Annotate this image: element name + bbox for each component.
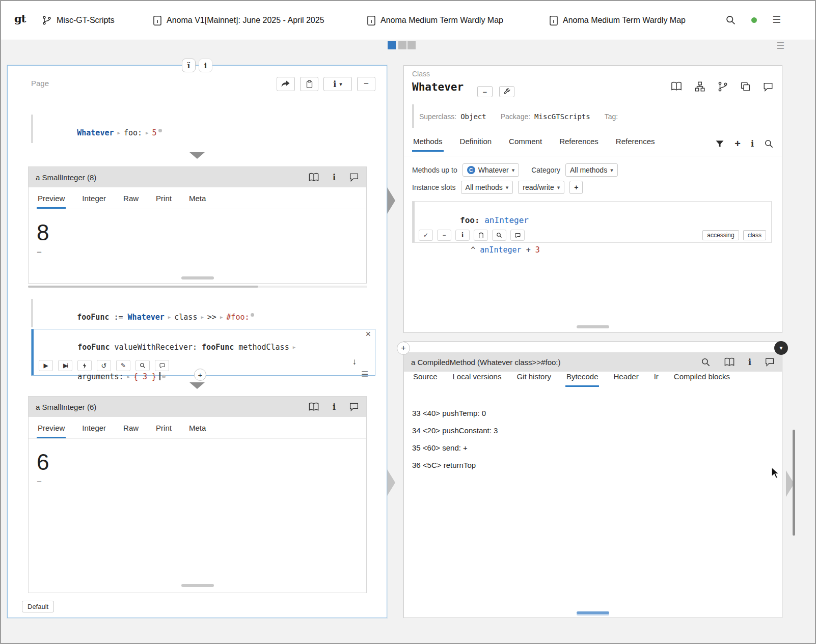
comment-icon[interactable] — [763, 82, 774, 92]
method-list-item-foo[interactable]: foo: anInteger ^ anInteger + 3 ✓ − i — [412, 201, 772, 243]
add-pane-button[interactable]: + — [397, 342, 410, 355]
tab-integer[interactable]: Integer — [81, 424, 107, 438]
tab-integer[interactable]: Integer — [81, 194, 107, 209]
bytecode-row[interactable]: 33 <40> pushTemp: 0 — [412, 405, 498, 422]
book-icon[interactable] — [308, 173, 319, 182]
run-to-here-button[interactable]: ▶i — [58, 360, 72, 371]
collapse-page-button[interactable]: − — [357, 77, 375, 91]
book-icon[interactable] — [308, 402, 319, 412]
workspace-menu-icon[interactable]: ☰ — [776, 40, 784, 51]
comment-method-button[interactable] — [510, 230, 525, 241]
edit-button[interactable]: ✎ — [116, 360, 130, 371]
collapse-toggle-icon[interactable]: − — [37, 477, 42, 487]
move-down-icon[interactable]: ↓ — [352, 357, 357, 367]
filter-icon[interactable] — [715, 139, 724, 149]
gt-logo[interactable]: gt — [14, 12, 25, 25]
branch-icon[interactable] — [717, 81, 728, 92]
tab-anoma-map-1[interactable]: Anoma Medium Term Wardly Map — [367, 13, 503, 28]
search-snippet-button[interactable] — [135, 360, 150, 371]
tools-button[interactable] — [499, 86, 514, 97]
book-icon[interactable] — [724, 357, 735, 367]
protocol-tag[interactable]: accessing — [702, 230, 739, 240]
book-icon[interactable] — [670, 81, 683, 92]
reset-button[interactable]: ↺ — [97, 360, 111, 371]
layout-square-active[interactable] — [388, 41, 396, 49]
tab-git-history[interactable]: Git history — [515, 372, 552, 387]
search-icon[interactable] — [764, 139, 774, 149]
copy-page-button[interactable] — [300, 77, 318, 91]
access-dropdown[interactable]: read/write ▾ — [518, 181, 564, 194]
resize-handle[interactable] — [577, 611, 609, 614]
tab-references-1[interactable]: References — [558, 137, 600, 152]
tab-preview[interactable]: Preview — [37, 194, 66, 209]
tab-anoma-map-2[interactable]: Anoma Medium Term Wardly Map — [549, 13, 686, 28]
resize-handle[interactable] — [577, 325, 609, 328]
tab-anoma-v1[interactable]: Anoma V1[Mainnet]: June 2025 - April 202… — [153, 13, 324, 28]
copy-method-button[interactable] — [474, 230, 488, 241]
accept-button[interactable]: ✓ — [419, 230, 433, 241]
inspect-dropdown-button[interactable]: i ▾ — [323, 77, 352, 91]
tab-raw[interactable]: Raw — [122, 424, 140, 438]
comment-snippet-button[interactable] — [155, 360, 169, 371]
add-method-icon[interactable]: + — [735, 138, 741, 150]
share-button[interactable] — [277, 77, 295, 91]
pane-expander-chevron[interactable] — [387, 187, 395, 214]
tab-preview[interactable]: Preview — [37, 424, 66, 438]
methods-up-to-dropdown[interactable]: C Whatever ▾ — [463, 163, 519, 177]
layout-square[interactable] — [407, 41, 416, 49]
tab-ir[interactable]: Ir — [653, 372, 660, 387]
resize-handle[interactable] — [181, 276, 214, 279]
code-snippet-1[interactable]: Whatever▶foo:▶5 — [31, 115, 356, 143]
collapse-pane-button[interactable]: ▼ — [774, 341, 788, 355]
comment-icon[interactable] — [349, 173, 359, 182]
package-value[interactable]: MiscGTScripts — [534, 113, 590, 121]
tab-meta[interactable]: Meta — [188, 194, 207, 209]
info-icon[interactable]: i — [333, 402, 336, 412]
horizontal-scrollbar[interactable] — [28, 286, 367, 288]
tab-bytecode[interactable]: Bytecode — [565, 372, 600, 387]
run-button[interactable]: ▶ — [39, 360, 53, 371]
info-icon[interactable]: i — [751, 139, 754, 149]
tab-methods[interactable]: Methods — [412, 137, 444, 152]
tab-compiled-blocks[interactable]: Compiled blocks — [673, 372, 731, 387]
code-snippet-3-selected[interactable]: × fooFunc valueWithReceiver: fooFunc met… — [31, 329, 375, 376]
tab-meta[interactable]: Meta — [188, 424, 207, 438]
remote-page-icon[interactable]: ï — [182, 59, 196, 72]
main-menu-icon[interactable]: ☰ — [772, 14, 781, 25]
add-snippet-button[interactable]: + — [194, 369, 206, 381]
info-icon[interactable]: i — [333, 173, 336, 182]
tab-definition[interactable]: Definition — [459, 137, 493, 152]
hierarchy-icon[interactable] — [694, 81, 705, 92]
tab-references-2[interactable]: References — [615, 137, 656, 152]
info-icon[interactable]: i — [748, 357, 751, 367]
vertical-scrollbar-thumb[interactable] — [793, 430, 795, 536]
close-snippet-icon[interactable]: × — [365, 329, 371, 339]
info-button[interactable]: i — [455, 230, 470, 241]
snippet-menu-icon[interactable]: ☰ — [361, 370, 368, 379]
comment-icon[interactable] — [765, 357, 775, 367]
bytecode-row[interactable]: 34 <20> pushConstant: 3 — [412, 422, 498, 439]
comment-icon[interactable] — [349, 402, 359, 411]
default-view-button[interactable]: Default — [22, 601, 54, 612]
bytecode-row[interactable]: 36 <5C> returnTop — [412, 457, 498, 474]
search-icon[interactable] — [725, 15, 736, 25]
instance-slots-dropdown[interactable]: All methods ▾ — [461, 181, 513, 194]
tab-print[interactable]: Print — [155, 424, 173, 438]
page-info-icon[interactable]: i — [199, 59, 212, 72]
tab-print[interactable]: Print — [155, 194, 173, 209]
tab-source[interactable]: Source — [412, 372, 439, 387]
category-dropdown[interactable]: All methods ▾ — [565, 163, 618, 177]
search-icon[interactable] — [701, 357, 711, 367]
bytecode-row[interactable]: 35 <60> send: + — [412, 439, 498, 457]
inline-run-button[interactable] — [77, 360, 92, 371]
collapse-class-button[interactable]: − — [477, 86, 493, 97]
copy-icon[interactable] — [740, 81, 751, 92]
tab-misc-gt-scripts[interactable]: Misc-GT-Scripts — [42, 13, 115, 28]
tab-raw[interactable]: Raw — [122, 194, 140, 209]
tab-local-versions[interactable]: Local versions — [452, 372, 503, 387]
superclass-value[interactable]: Object — [460, 113, 486, 121]
code-snippet-2[interactable]: fooFunc := Whatever▶class▶>>▶#foo: — [31, 299, 366, 327]
tab-comment[interactable]: Comment — [508, 137, 543, 152]
resize-handle[interactable] — [181, 584, 214, 587]
pane-expander-chevron[interactable] — [387, 469, 395, 496]
